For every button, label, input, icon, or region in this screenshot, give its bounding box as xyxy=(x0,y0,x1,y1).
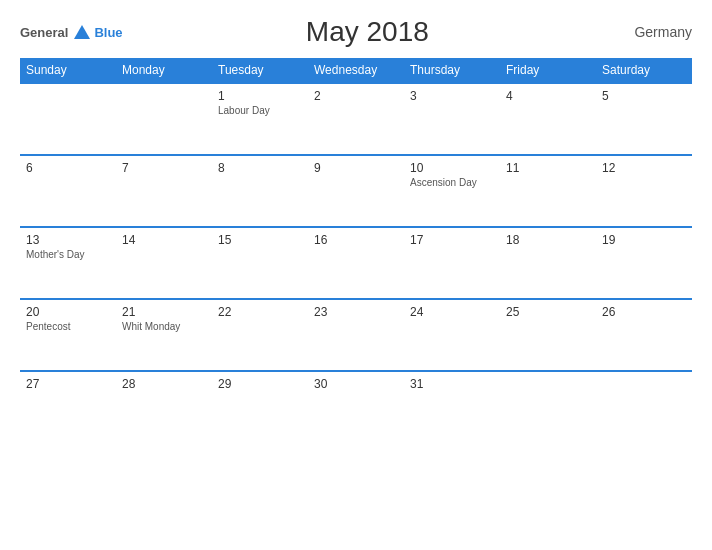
calendar-cell: 10Ascension Day xyxy=(404,155,500,227)
calendar-cell: 1Labour Day xyxy=(212,83,308,155)
holiday-name: Pentecost xyxy=(26,321,110,332)
weekday-header-row: Sunday Monday Tuesday Wednesday Thursday… xyxy=(20,58,692,83)
header: General Blue May 2018 Germany xyxy=(20,16,692,48)
calendar-cell: 24 xyxy=(404,299,500,371)
calendar-cell: 12 xyxy=(596,155,692,227)
calendar-cell: 18 xyxy=(500,227,596,299)
calendar-cell: 3 xyxy=(404,83,500,155)
calendar-cell: 16 xyxy=(308,227,404,299)
calendar-week-row: 2728293031 xyxy=(20,371,692,443)
country-label: Germany xyxy=(612,24,692,40)
header-friday: Friday xyxy=(500,58,596,83)
day-number: 31 xyxy=(410,377,494,391)
calendar-week-row: 20Pentecost21Whit Monday2223242526 xyxy=(20,299,692,371)
day-number: 2 xyxy=(314,89,398,103)
calendar-cell: 29 xyxy=(212,371,308,443)
day-number: 27 xyxy=(26,377,110,391)
day-number: 9 xyxy=(314,161,398,175)
day-number: 12 xyxy=(602,161,686,175)
calendar-cell: 2 xyxy=(308,83,404,155)
holiday-name: Mother's Day xyxy=(26,249,110,260)
day-number: 24 xyxy=(410,305,494,319)
calendar-week-row: 1Labour Day2345 xyxy=(20,83,692,155)
holiday-name: Ascension Day xyxy=(410,177,494,188)
calendar-cell: 25 xyxy=(500,299,596,371)
calendar-cell xyxy=(20,83,116,155)
calendar-page: General Blue May 2018 Germany Sunday Mon… xyxy=(0,0,712,550)
calendar-cell: 23 xyxy=(308,299,404,371)
calendar-table: Sunday Monday Tuesday Wednesday Thursday… xyxy=(20,58,692,443)
header-tuesday: Tuesday xyxy=(212,58,308,83)
calendar-cell: 8 xyxy=(212,155,308,227)
day-number: 15 xyxy=(218,233,302,247)
logo: General Blue xyxy=(20,25,123,40)
calendar-cell: 21Whit Monday xyxy=(116,299,212,371)
holiday-name: Labour Day xyxy=(218,105,302,116)
day-number: 18 xyxy=(506,233,590,247)
header-wednesday: Wednesday xyxy=(308,58,404,83)
header-monday: Monday xyxy=(116,58,212,83)
day-number: 1 xyxy=(218,89,302,103)
day-number: 11 xyxy=(506,161,590,175)
calendar-week-row: 13Mother's Day141516171819 xyxy=(20,227,692,299)
day-number: 30 xyxy=(314,377,398,391)
calendar-title: May 2018 xyxy=(123,16,612,48)
holiday-name: Whit Monday xyxy=(122,321,206,332)
calendar-cell: 7 xyxy=(116,155,212,227)
calendar-cell xyxy=(116,83,212,155)
day-number: 6 xyxy=(26,161,110,175)
day-number: 26 xyxy=(602,305,686,319)
calendar-cell: 20Pentecost xyxy=(20,299,116,371)
calendar-cell: 9 xyxy=(308,155,404,227)
calendar-cell: 4 xyxy=(500,83,596,155)
day-number: 23 xyxy=(314,305,398,319)
logo-blue-text: Blue xyxy=(94,25,122,40)
day-number: 8 xyxy=(218,161,302,175)
header-sunday: Sunday xyxy=(20,58,116,83)
day-number: 29 xyxy=(218,377,302,391)
day-number: 3 xyxy=(410,89,494,103)
calendar-cell: 6 xyxy=(20,155,116,227)
calendar-cell: 14 xyxy=(116,227,212,299)
day-number: 22 xyxy=(218,305,302,319)
day-number: 16 xyxy=(314,233,398,247)
logo-triangle-icon xyxy=(74,25,90,39)
day-number: 17 xyxy=(410,233,494,247)
calendar-cell: 28 xyxy=(116,371,212,443)
calendar-cell: 13Mother's Day xyxy=(20,227,116,299)
calendar-cell: 15 xyxy=(212,227,308,299)
day-number: 19 xyxy=(602,233,686,247)
calendar-cell xyxy=(500,371,596,443)
day-number: 10 xyxy=(410,161,494,175)
calendar-cell: 31 xyxy=(404,371,500,443)
day-number: 25 xyxy=(506,305,590,319)
header-saturday: Saturday xyxy=(596,58,692,83)
day-number: 5 xyxy=(602,89,686,103)
calendar-cell: 5 xyxy=(596,83,692,155)
day-number: 14 xyxy=(122,233,206,247)
day-number: 4 xyxy=(506,89,590,103)
calendar-cell: 27 xyxy=(20,371,116,443)
calendar-cell: 22 xyxy=(212,299,308,371)
day-number: 7 xyxy=(122,161,206,175)
day-number: 21 xyxy=(122,305,206,319)
calendar-cell: 30 xyxy=(308,371,404,443)
calendar-cell: 17 xyxy=(404,227,500,299)
calendar-cell: 11 xyxy=(500,155,596,227)
calendar-week-row: 678910Ascension Day1112 xyxy=(20,155,692,227)
day-number: 13 xyxy=(26,233,110,247)
header-thursday: Thursday xyxy=(404,58,500,83)
day-number: 28 xyxy=(122,377,206,391)
calendar-cell: 19 xyxy=(596,227,692,299)
calendar-cell xyxy=(596,371,692,443)
day-number: 20 xyxy=(26,305,110,319)
calendar-cell: 26 xyxy=(596,299,692,371)
logo-general-text: General xyxy=(20,25,68,40)
